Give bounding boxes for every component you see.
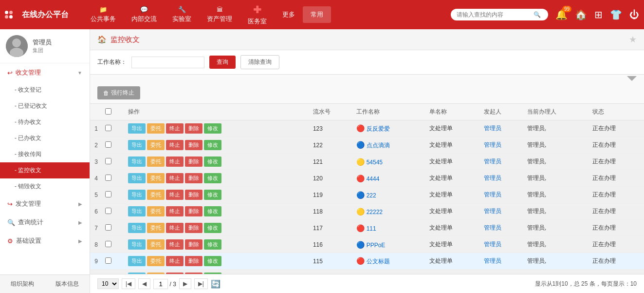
grid-icon[interactable]: ⊞ xyxy=(594,9,603,20)
home-icon[interactable]: 🏠 xyxy=(575,9,587,20)
row-checkbox[interactable] xyxy=(105,191,111,197)
row-initiator-link[interactable]: 管理员 xyxy=(484,141,501,148)
nav-item-lab[interactable]: 🔧 实验室 xyxy=(165,2,199,27)
row-initiator-link[interactable]: 管理员 xyxy=(484,175,501,181)
row-initiator-link[interactable]: 管理员 xyxy=(484,158,501,165)
row-name-link[interactable]: 111 xyxy=(367,225,376,232)
row-initiator-link[interactable]: 管理员 xyxy=(484,241,501,248)
row-initiator-link[interactable]: 管理员 xyxy=(484,191,501,198)
delegate-btn[interactable]: 委托 xyxy=(147,123,165,134)
row-initiator-link[interactable]: 管理员 xyxy=(484,125,501,132)
filter-input[interactable] xyxy=(131,57,204,68)
delete-btn[interactable]: 删除 xyxy=(185,156,202,167)
delete-btn[interactable]: 删除 xyxy=(185,190,202,200)
row-checkbox[interactable] xyxy=(105,158,111,164)
row-checkbox[interactable] xyxy=(105,208,111,214)
sidebar-sub-receive-circulate[interactable]: - 接收传阅 xyxy=(0,146,90,162)
sidebar-sub-pending-receipt[interactable]: - 待办收文 xyxy=(0,114,90,130)
row-name-link[interactable]: 公文标题 xyxy=(367,258,390,265)
modify-btn[interactable]: 修改 xyxy=(204,173,221,183)
export-btn[interactable]: 导出 xyxy=(128,156,146,167)
prev-page-btn[interactable]: ◀ xyxy=(138,278,150,289)
modify-btn[interactable]: 修改 xyxy=(204,156,221,167)
delegate-btn[interactable]: 委托 xyxy=(147,223,165,233)
page-number-input[interactable] xyxy=(153,279,168,289)
row-checkbox[interactable] xyxy=(105,224,111,231)
sidebar-item-send-mgmt[interactable]: ↪ 发文管理 ▶ xyxy=(0,195,90,213)
delete-btn[interactable]: 删除 xyxy=(185,256,202,266)
sidebar-sub-completed-receipt[interactable]: - 已办收文 xyxy=(0,130,90,146)
power-icon[interactable]: ⏻ xyxy=(629,9,639,20)
search-icon[interactable]: 🔍 xyxy=(534,11,541,18)
nav-item-asset[interactable]: 🏛 资产管理 xyxy=(199,2,240,27)
delete-btn[interactable]: 删除 xyxy=(185,140,202,150)
delete-btn[interactable]: 删除 xyxy=(185,239,202,250)
notification-icon[interactable]: 🔔 99 xyxy=(555,9,568,20)
query-button[interactable]: 查询 xyxy=(209,56,236,69)
delegate-btn[interactable]: 委托 xyxy=(147,190,165,200)
row-checkbox[interactable] xyxy=(105,141,111,148)
next-page-btn[interactable]: ▶ xyxy=(179,278,191,289)
row-checkbox[interactable] xyxy=(105,175,111,181)
stop-btn[interactable]: 终止 xyxy=(166,190,184,200)
modify-btn[interactable]: 修改 xyxy=(204,256,221,266)
version-info-btn[interactable]: 版本信息 xyxy=(45,275,90,293)
row-name-link[interactable]: 54545 xyxy=(367,159,383,166)
refresh-icon[interactable]: 🔄 xyxy=(211,279,221,289)
delegate-btn[interactable]: 委托 xyxy=(147,140,165,150)
nav-common-btn[interactable]: 常用 xyxy=(303,6,331,23)
row-name-link[interactable]: PPPoE xyxy=(367,242,386,249)
stop-btn[interactable]: 终止 xyxy=(166,173,184,183)
sidebar-sub-registered-receipt[interactable]: - 已登记收文 xyxy=(0,98,90,114)
modify-btn[interactable]: 修改 xyxy=(204,223,221,233)
stop-btn[interactable]: 终止 xyxy=(166,206,184,216)
stop-btn[interactable]: 终止 xyxy=(166,156,184,167)
stop-btn[interactable]: 终止 xyxy=(166,140,184,150)
row-name-link[interactable]: 反反爱爱 xyxy=(367,125,390,132)
sidebar-sub-destroy-receipt[interactable]: - 销毁收文 xyxy=(0,178,90,195)
export-btn[interactable]: 导出 xyxy=(128,239,146,250)
export-btn[interactable]: 导出 xyxy=(128,140,146,150)
delete-btn[interactable]: 删除 xyxy=(185,223,202,233)
delegate-btn[interactable]: 委托 xyxy=(147,239,165,250)
stop-btn[interactable]: 终止 xyxy=(166,123,184,134)
nav-item-public-affairs[interactable]: 📁 公共事务 xyxy=(83,2,124,27)
sidebar-item-query-stats[interactable]: 🔍 查询统计 ▶ xyxy=(0,213,90,232)
org-structure-btn[interactable]: 组织架构 xyxy=(0,275,45,293)
export-btn[interactable]: 导出 xyxy=(128,123,146,134)
first-page-btn[interactable]: |◀ xyxy=(122,278,135,289)
stop-btn[interactable]: 终止 xyxy=(166,239,184,250)
delete-btn[interactable]: 删除 xyxy=(185,173,202,183)
modify-btn[interactable]: 修改 xyxy=(204,140,221,150)
stop-btn[interactable]: 终止 xyxy=(166,223,184,233)
stop-btn[interactable]: 终止 xyxy=(166,256,184,266)
delegate-btn[interactable]: 委托 xyxy=(147,256,165,266)
delegate-btn[interactable]: 委托 xyxy=(147,206,165,216)
last-page-btn[interactable]: ▶| xyxy=(194,278,208,289)
nav-item-internal-comm[interactable]: 💬 内部交流 xyxy=(124,2,165,27)
row-name-link[interactable]: 222 xyxy=(367,192,376,199)
delete-btn[interactable]: 删除 xyxy=(185,123,202,134)
shirt-icon[interactable]: 👕 xyxy=(610,9,622,20)
modify-btn[interactable]: 修改 xyxy=(204,239,221,250)
delegate-btn[interactable]: 委托 xyxy=(147,156,165,167)
export-btn[interactable]: 导出 xyxy=(128,223,146,233)
sidebar-item-basic-settings[interactable]: ⚙ 基础设置 ▶ xyxy=(0,232,90,250)
favorite-star-icon[interactable]: ★ xyxy=(629,34,637,45)
force-stop-button[interactable]: 🗑 强行终止 xyxy=(97,86,140,99)
sidebar-item-receipt-mgmt[interactable]: ↩ 收文管理 ▼ xyxy=(0,63,90,82)
select-all-checkbox[interactable] xyxy=(105,108,111,115)
export-btn[interactable]: 导出 xyxy=(128,206,146,216)
modify-btn[interactable]: 修改 xyxy=(204,206,221,216)
delete-btn[interactable]: 删除 xyxy=(185,206,202,216)
row-name-link[interactable]: 4444 xyxy=(367,176,380,182)
row-checkbox[interactable] xyxy=(105,257,111,264)
nav-more-btn[interactable]: 更多 xyxy=(275,6,303,23)
row-initiator-link[interactable]: 管理员 xyxy=(484,208,501,215)
modify-btn[interactable]: 修改 xyxy=(204,190,221,200)
row-name-link[interactable]: 点点滴滴 xyxy=(367,142,390,149)
nav-item-medical[interactable]: ✚ 医务室 xyxy=(240,0,275,30)
row-initiator-link[interactable]: 管理员 xyxy=(484,257,501,264)
sidebar-sub-receipt-register[interactable]: - 收文登记 xyxy=(0,82,90,98)
search-input[interactable] xyxy=(457,11,530,18)
